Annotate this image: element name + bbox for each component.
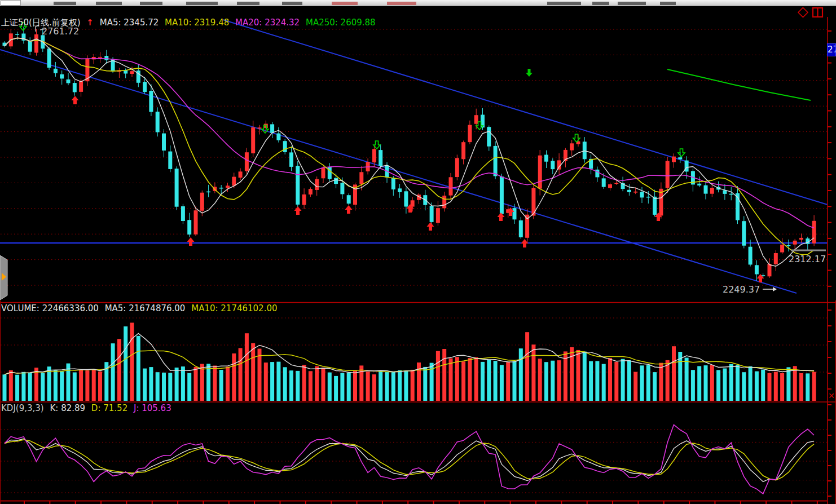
volume-ma10-value: MA10: 21746102.00 [191, 303, 277, 313]
ma20-value: MA20: 2324.32 [235, 17, 300, 28]
buy-arrow-icon [345, 205, 353, 214]
volume-header: VOLUME: 22466336.00 MA5: 21674876.00 MA1… [1, 303, 281, 313]
kdj-j-value: J: 105.63 [134, 403, 171, 413]
volume-value: VOLUME: 22466336.00 [1, 303, 99, 313]
indicator-close-icon[interactable]: ✕ [828, 391, 836, 400]
trading-app-window: 上证50(日线.前复权) ↑ MA5: 2345.72 MA10: 2319.4… [0, 0, 836, 504]
kdj-lines [5, 425, 814, 494]
kdj-name: KDJ(9,3,3) [1, 403, 44, 413]
sell-arrow-icon [573, 134, 580, 142]
volume-ma5-value: MA5: 21674876.00 [105, 303, 186, 313]
annotation-decor [36, 25, 826, 291]
ma5-value: MA5: 2345.72 [100, 17, 159, 28]
sidebar-handle[interactable] [0, 255, 7, 300]
sell-arrow-icon [526, 69, 533, 77]
low-price-annotation: 2249.37 [723, 284, 760, 295]
ma250-value: MA250: 2609.88 [306, 17, 376, 28]
kdj-k-value: K: 82.89 [50, 403, 85, 413]
window-icons [798, 8, 822, 17]
axis-price-badge: 27 [827, 43, 836, 56]
sell-arrow-icon [678, 149, 685, 157]
last-price-annotation: 2312.17 [789, 254, 826, 264]
buy-arrow-icon [294, 206, 302, 215]
diamond-icon[interactable] [798, 8, 808, 17]
buy-arrow-icon [72, 96, 79, 104]
buy-arrow-icon [427, 222, 434, 231]
kdj-d-value: D: 71.52 [91, 403, 127, 413]
volume-bars [3, 322, 816, 401]
ma10-value: MA10: 2319.48 [165, 17, 229, 28]
high-price-annotation: 2761.72 [42, 26, 79, 37]
kdj-header: KDJ(9,3,3) K: 82.89 D: 71.52 J: 105.63 [1, 403, 175, 413]
gridlines [1, 29, 827, 493]
up-arrow-icon: ↑ [86, 17, 94, 28]
buy-arrow-icon [187, 237, 195, 246]
panel-borders [0, 17, 836, 504]
chart-canvas[interactable] [0, 0, 836, 504]
